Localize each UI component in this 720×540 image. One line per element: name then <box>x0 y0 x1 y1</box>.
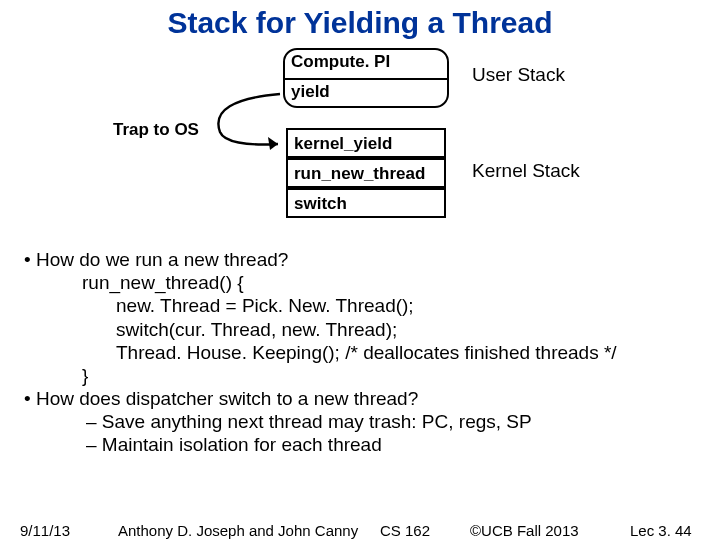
footer-page: Lec 3. 44 <box>630 522 692 539</box>
user-stack-label: User Stack <box>472 64 565 86</box>
stack-cell-yield: yield <box>285 78 447 106</box>
code-line-1: run_new_thread() { <box>24 271 700 294</box>
stack-cell-kernel-yield: kernel_yield <box>286 128 446 158</box>
user-stack-pill: Compute. PI yield <box>283 48 449 108</box>
kernel-stack-label: Kernel Stack <box>472 160 580 182</box>
code-line-2: new. Thread = Pick. New. Thread(); <box>24 294 700 317</box>
stack-cell-computepi: Compute. PI <box>285 50 447 78</box>
bullet-1: • How do we run a new thread? <box>24 248 700 271</box>
bullet-2: • How does dispatcher switch to a new th… <box>24 387 700 410</box>
stack-cell-run-new-thread: run_new_thread <box>286 158 446 188</box>
trap-label: Trap to OS <box>113 120 199 140</box>
sub-bullet-2: – Maintain isolation for each thread <box>24 433 700 456</box>
code-line-3: switch(cur. Thread, new. Thread); <box>24 318 700 341</box>
sub-bullet-1: – Save anything next thread may trash: P… <box>24 410 700 433</box>
stack-cell-switch: switch <box>286 188 446 218</box>
stack-diagram: Compute. PI yield User Stack kernel_yiel… <box>0 40 720 248</box>
footer-date: 9/11/13 <box>20 522 70 539</box>
code-line-4: Thread. House. Keeping(); /* deallocates… <box>24 341 700 364</box>
footer-course: CS 162 <box>380 522 430 539</box>
trap-arrow-icon <box>206 92 290 150</box>
bullet-1-text: How do we run a new thread? <box>36 249 288 270</box>
slide-title: Stack for Yielding a Thread <box>0 0 720 40</box>
footer-copyright: ©UCB Fall 2013 <box>470 522 579 539</box>
slide-body: • How do we run a new thread? run_new_th… <box>0 248 720 457</box>
footer-authors: Anthony D. Joseph and John Canny <box>118 522 358 539</box>
bullet-2-text: How does dispatcher switch to a new thre… <box>36 388 418 409</box>
code-line-5: } <box>24 364 700 387</box>
